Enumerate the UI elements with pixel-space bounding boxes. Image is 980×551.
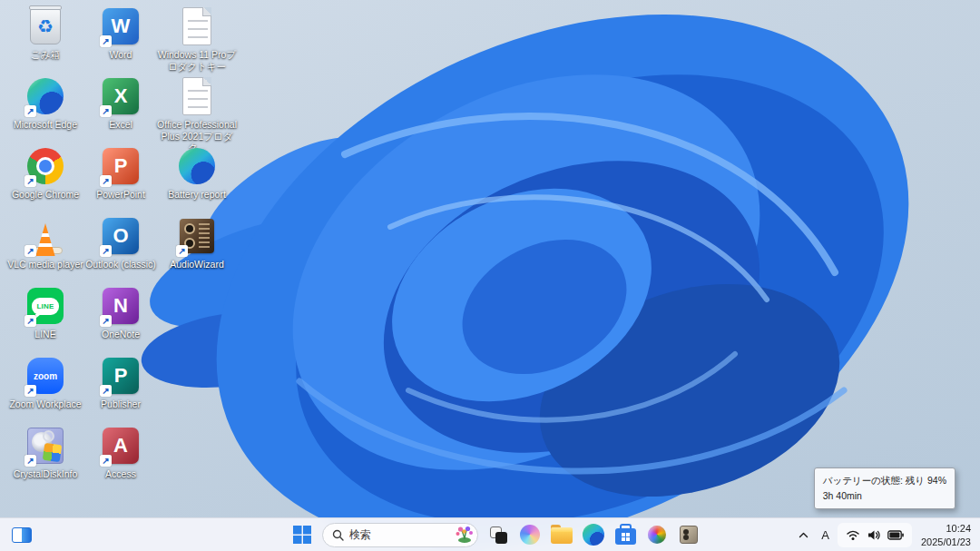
edge-icon [583,524,604,546]
task-view-button[interactable] [484,521,513,548]
shortcut-arrow-icon: ↗ [24,175,36,187]
audiowizard-icon [680,526,698,544]
icon-label: ごみ箱 [3,49,88,61]
icon-label: Access [78,468,163,480]
icon-label: Windows 11 Proプロダクトキー [154,49,240,72]
audiowizard-taskbar-button[interactable] [674,521,703,548]
clock[interactable]: 10:24 2025/01/23 [914,522,971,549]
icon-label: PowerPoint [78,189,163,201]
desktop-icon-grid: ♻ ごみ箱 W↗ Word Windows 11 Proプロダクトキー ↗ Mi… [9,0,245,517]
shortcut-arrow-icon: ↗ [100,315,112,327]
start-button[interactable] [288,521,317,548]
shortcut-arrow-icon: ↗ [100,455,112,467]
icon-label: Publisher [78,398,163,410]
system-tray: A 10:24 [794,518,980,551]
search-box[interactable] [322,523,478,547]
desktop-icon-excel[interactable]: X↗ Excel [84,75,157,131]
widgets-icon [12,527,32,543]
task-view-icon [490,526,507,544]
crystaldiskinfo-icon [648,526,666,544]
desktop-icon-microsoft-edge[interactable]: ↗ Microsoft Edge [9,75,82,131]
desktop-icon-word[interactable]: W↗ Word [84,5,157,61]
shortcut-arrow-icon: ↗ [24,455,36,467]
desktop-icon-windows-11-product-key[interactable]: Windows 11 Proプロダクトキー [161,5,233,72]
desktop-icon-outlook[interactable]: O↗ Outlook (classic) [84,215,157,271]
shortcut-arrow-icon: ↗ [24,385,36,397]
shortcut-arrow-icon: ↗ [100,35,112,47]
quick-settings-button[interactable] [838,523,912,547]
recycle-bin-icon: ♻ [30,8,61,44]
chevron-up-icon [799,532,808,538]
shortcut-arrow-icon: ↗ [24,105,36,117]
windows-logo-icon [293,526,311,544]
shortcut-arrow-icon: ↗ [100,245,112,257]
icon-label: AudioWizard [154,259,240,271]
icon-label: Zoom Workplace [3,398,88,410]
taskbar: A 10:24 [0,517,980,551]
icon-label: Outlook (classic) [78,259,163,271]
icon-label: OneNote [78,329,163,340]
desktop-icon-powerpoint[interactable]: P↗ PowerPoint [84,145,157,201]
file-explorer-button[interactable] [547,521,576,548]
battery-tooltip: バッテリーの状態: 残り 94% 3h 40min [814,467,956,509]
battery-icon [887,529,904,541]
crystaldiskinfo-taskbar-button[interactable] [642,521,671,548]
desktop-icon-vlc[interactable]: ↗ VLC media player [9,215,82,271]
desktop-icon-google-chrome[interactable]: ↗ Google Chrome [9,145,82,201]
copilot-button[interactable] [515,521,544,548]
shortcut-arrow-icon: ↗ [24,315,36,327]
volume-icon [867,528,881,542]
desktop-icon-office-product-key[interactable]: Office Professional Plus 2021プロダク... [161,75,233,153]
ime-mode-indicator[interactable]: A [815,523,836,548]
icon-label: CrystalDiskInfo [3,468,88,480]
icon-label: VLC media player [3,259,88,271]
folder-icon [551,528,573,544]
microsoft-store-button[interactable] [611,521,640,548]
text-document-icon [182,7,211,45]
battery-tooltip-line2: 3h 40min [823,488,946,503]
desktop-icon-crystaldiskinfo[interactable]: ↗ CrystalDiskInfo [9,425,82,480]
search-highlight-flower-icon [455,526,475,544]
search-icon [332,529,344,541]
text-document-icon [182,77,211,115]
widgets-button[interactable] [7,521,36,548]
desktop-icon-battery-report[interactable]: Battery report [161,145,233,201]
icon-label: Battery report [154,189,240,201]
shortcut-arrow-icon: ↗ [176,245,188,257]
tray-date: 2025/01/23 [921,536,971,549]
battery-tooltip-line1: バッテリーの状態: 残り 94% [823,473,946,487]
shortcut-arrow-icon: ↗ [100,385,112,397]
shortcut-arrow-icon: ↗ [24,245,36,257]
desktop-icon-onenote[interactable]: N↗ OneNote [84,285,157,340]
icon-label: Word [78,49,163,61]
icon-label: Google Chrome [3,189,88,201]
taskbar-center [288,521,703,548]
wifi-icon [846,528,860,542]
shortcut-arrow-icon: ↗ [100,175,112,187]
tray-time: 10:24 [921,522,971,536]
edge-icon [179,148,215,184]
desktop-icon-zoom[interactable]: zoom↗ Zoom Workplace [9,355,82,410]
desktop-icon-line[interactable]: LINE↗ LINE [9,285,82,340]
icon-label: Microsoft Edge [3,119,88,131]
edge-taskbar-button[interactable] [579,521,608,548]
search-input[interactable] [349,528,440,541]
tray-overflow-button[interactable] [794,523,813,548]
desktop: ♻ ごみ箱 W↗ Word Windows 11 Proプロダクトキー ↗ Mi… [0,0,980,551]
copilot-icon [520,525,540,545]
desktop-icon-recycle-bin[interactable]: ♻ ごみ箱 [9,5,82,61]
desktop-icon-audiowizard[interactable]: ↗ AudioWizard [161,215,233,271]
store-icon [615,528,636,545]
shortcut-arrow-icon: ↗ [100,105,112,117]
icon-label: Excel [78,119,163,131]
desktop-icon-access[interactable]: A↗ Access [84,425,157,480]
icon-label: LINE [3,329,88,340]
desktop-icon-publisher[interactable]: P↗ Publisher [84,355,157,410]
